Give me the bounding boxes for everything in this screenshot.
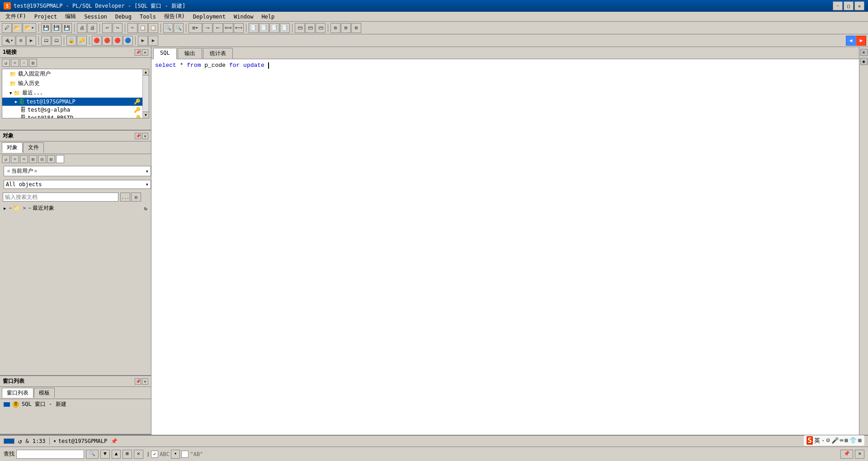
- menu-session[interactable]: Session: [80, 13, 111, 21]
- run-btn[interactable]: ▶: [26, 36, 36, 46]
- tab-objects[interactable]: 对象: [2, 142, 23, 153]
- conn-btn[interactable]: 🔌▾: [2, 36, 15, 46]
- find-options-checkbox2[interactable]: [181, 451, 189, 458]
- bookmark-btn2[interactable]: 📑: [259, 23, 269, 33]
- settings-btn[interactable]: ⚙: [16, 36, 26, 46]
- tree-item-history[interactable]: 📁 输入历史: [2, 79, 142, 88]
- ime-dot-icon[interactable]: ·: [821, 437, 825, 444]
- tree-scrollbar-down[interactable]: ▼: [143, 112, 149, 118]
- side-icon-2[interactable]: ◉: [860, 58, 868, 65]
- find-next-button[interactable]: ▲: [112, 450, 121, 459]
- nav-forward-button[interactable]: ▶: [856, 36, 866, 46]
- db-btn3[interactable]: 🗃: [316, 23, 326, 33]
- dbobj-btn2[interactable]: 🗂: [52, 36, 61, 46]
- find-search-button[interactable]: 🔍: [86, 450, 99, 459]
- obj-filter-btn[interactable]: ⊟: [38, 155, 46, 163]
- cut-button[interactable]: ✂: [127, 23, 137, 33]
- sp-btn3[interactable]: 🔴: [113, 36, 123, 46]
- obj-expand-btn[interactable]: ⊞: [47, 155, 55, 163]
- tab-windowlist[interactable]: 窗口列表: [2, 388, 33, 398]
- new-button[interactable]: 🖊: [2, 23, 12, 33]
- menu-project[interactable]: Project: [31, 13, 61, 21]
- copy-button[interactable]: 📋: [138, 23, 148, 33]
- ime-menu-icon[interactable]: ⊞: [858, 437, 862, 444]
- sql-editor[interactable]: select * from p_code for update: [151, 59, 859, 435]
- ime-shirt-icon[interactable]: 👕: [849, 437, 857, 444]
- lock-btn[interactable]: 🔒: [66, 36, 76, 46]
- find-highlight-button[interactable]: ⊞: [123, 450, 132, 459]
- menu-tools[interactable]: Tools: [136, 13, 160, 21]
- save-button[interactable]: 💾: [41, 23, 51, 33]
- obj-refresh-button[interactable]: ↺: [2, 155, 10, 163]
- grid-btn2[interactable]: ⊞: [341, 23, 351, 33]
- menu-edit[interactable]: 编辑: [61, 12, 80, 21]
- nav-back-button[interactable]: ◀: [846, 36, 856, 46]
- maximize-button[interactable]: □: [844, 1, 854, 10]
- tree-item-load-users[interactable]: 📁 载入固定用户: [2, 69, 142, 79]
- find-button[interactable]: 🔍: [163, 23, 173, 33]
- exec-btn2[interactable]: ▶: [148, 36, 158, 46]
- conn-add-button[interactable]: ＋: [11, 59, 19, 67]
- indent-btn4[interactable]: ⟺: [223, 23, 233, 33]
- menu-file[interactable]: 文件(F): [2, 12, 30, 21]
- paste-button[interactable]: 📋: [148, 23, 158, 33]
- sp-btn1[interactable]: 🔴: [92, 36, 102, 46]
- current-user-dropdown[interactable]: ＜当前用户＞ ▾: [4, 166, 151, 176]
- obj-add-button[interactable]: ＋: [11, 155, 19, 163]
- win-pin-button[interactable]: 📌: [135, 378, 141, 385]
- bookmark-btn4[interactable]: 📑: [280, 23, 290, 33]
- obj-close-button[interactable]: ✕: [142, 133, 148, 139]
- save-btn3[interactable]: 💾: [62, 23, 72, 33]
- menu-reports[interactable]: 报告(R): [160, 12, 189, 21]
- conn-remove-button[interactable]: －: [20, 59, 28, 67]
- recent-objects-item[interactable]: ▶ －📁 ＞－最近对象 ↻: [0, 203, 151, 213]
- tree-item-conn-2[interactable]: 🗄 test@sg-alpha 🔑: [2, 106, 142, 114]
- indent-btn1[interactable]: ⊞▾: [189, 23, 202, 33]
- print-button[interactable]: 🖨: [77, 23, 87, 33]
- ime-grid-icon[interactable]: ⊞: [844, 437, 848, 444]
- save-all-button[interactable]: 💾: [52, 23, 61, 33]
- open-btn2[interactable]: 📂▾: [23, 23, 36, 33]
- conn-refresh-button[interactable]: ↺: [2, 59, 10, 67]
- side-icon-1[interactable]: ≡: [860, 49, 868, 56]
- indent-btn2[interactable]: ⟶: [203, 23, 212, 33]
- search-dots-button[interactable]: ...: [120, 193, 130, 202]
- indent-btn3[interactable]: ⟵: [213, 23, 223, 33]
- find-options-checkbox[interactable]: ✓: [151, 451, 158, 458]
- status-refresh-icon[interactable]: ↺: [18, 437, 22, 445]
- minimize-button[interactable]: －: [833, 1, 843, 10]
- window-item-sql[interactable]: 🗄 SQL 窗口 - 新建: [0, 399, 151, 409]
- conn-pin-button[interactable]: 📌: [135, 49, 141, 56]
- ime-bar[interactable]: S 英 · ☺ 🎤 ⌨ ⊞ 👕 ⊞: [804, 435, 864, 446]
- obj-pin-button[interactable]: 📌: [135, 133, 141, 139]
- menu-window[interactable]: Window: [230, 13, 257, 21]
- menu-deployment[interactable]: Deployment: [189, 13, 229, 21]
- obj-search-btn[interactable]: ⊞: [29, 155, 37, 163]
- replace-button[interactable]: 🔍: [174, 23, 184, 33]
- grid-btn1[interactable]: ⊞: [330, 23, 340, 33]
- key-btn[interactable]: 🔑: [77, 36, 87, 46]
- conn-close-button[interactable]: ✕: [142, 49, 148, 56]
- tree-item-conn-1[interactable]: ▶ 🗄 test@197SGPMALP 🔑: [2, 98, 142, 106]
- db-btn2[interactable]: 🗃: [305, 23, 315, 33]
- find-input[interactable]: [16, 450, 84, 459]
- tree-item-conn-3[interactable]: 🗄 test@184_BRSTD 🔑: [2, 114, 142, 118]
- ime-mic-icon[interactable]: 🎤: [831, 437, 839, 444]
- objects-search-input[interactable]: [3, 193, 118, 202]
- status-pin-icon[interactable]: 📌: [111, 438, 118, 444]
- all-objects-dropdown[interactable]: All objects ▾: [4, 180, 151, 189]
- tab-templates[interactable]: 模板: [34, 388, 55, 398]
- status-dropdown-arrow[interactable]: ▾: [53, 438, 57, 444]
- find-clear-button[interactable]: ✕: [134, 450, 143, 459]
- ime-emoji-icon[interactable]: ☺: [826, 437, 830, 444]
- ime-keyboard-icon[interactable]: ⌨: [840, 437, 844, 444]
- undo-button[interactable]: ↩: [102, 23, 112, 33]
- db-btn1[interactable]: 🗃: [295, 23, 305, 33]
- ime-lang-label[interactable]: 英: [814, 437, 820, 445]
- print-preview-button[interactable]: 🖨: [87, 23, 97, 33]
- search-grid-button[interactable]: ⊞: [131, 193, 141, 202]
- sp-btn4[interactable]: 🔵: [123, 36, 133, 46]
- win-close-button[interactable]: ✕: [142, 378, 148, 385]
- obj-eq-button[interactable]: ＝: [20, 155, 28, 163]
- grid-btn3[interactable]: ⊞: [351, 23, 361, 33]
